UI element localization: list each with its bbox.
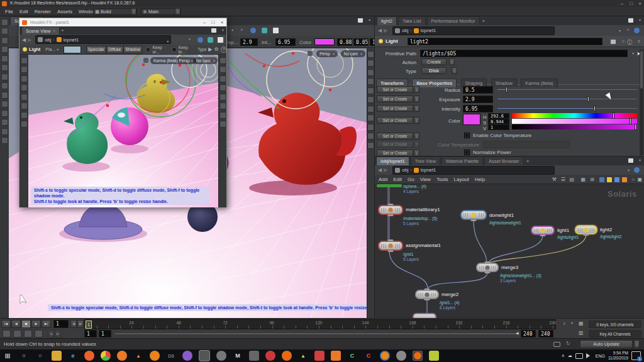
pane-layout-icon[interactable]: [628, 18, 633, 23]
app-icon[interactable]: [265, 351, 275, 361]
action-center-icon[interactable]: 1: [631, 351, 641, 360]
key-icon[interactable]: ▥: [579, 330, 584, 336]
snap-grid-icon[interactable]: ⊞: [590, 177, 594, 182]
scene-view-tab[interactable]: Scene View×: [21, 26, 60, 35]
network-icon[interactable]: [575, 353, 583, 359]
tab-tree-view[interactable]: Tree View: [411, 156, 440, 165]
desktop-spinner[interactable]: [131, 8, 136, 15]
lock-icon[interactable]: [143, 58, 148, 63]
panel-icon[interactable]: [273, 28, 279, 33]
frame-icon[interactable]: ▣: [637, 177, 642, 182]
back-icon[interactable]: ◀: [22, 37, 26, 43]
set-or-create-intensity[interactable]: Set or Create: [377, 105, 413, 112]
maximize-button[interactable]: □: [627, 0, 636, 7]
zbrush-icon[interactable]: [216, 351, 226, 361]
path-dropdown-icon[interactable]: [618, 28, 621, 33]
range-slider-handle[interactable]: ◀: [516, 331, 519, 335]
range-left-icon[interactable]: ◀: [48, 330, 54, 338]
zbrush2-icon[interactable]: [396, 351, 406, 361]
step-back-button[interactable]: ◀: [70, 320, 77, 328]
pin-icon[interactable]: +: [240, 27, 243, 33]
camera-icon[interactable]: [197, 37, 203, 43]
maya-icon[interactable]: M: [233, 351, 243, 361]
firefox-icon[interactable]: [117, 351, 127, 361]
menu-assets[interactable]: Assets: [57, 9, 72, 14]
onedrive-icon[interactable]: ☁: [568, 353, 572, 358]
intensity-field[interactable]: 6.95: [275, 38, 296, 46]
set-or-create-ct[interactable]: Set or Create: [377, 141, 413, 148]
play-forward-button[interactable]: ▶: [31, 320, 41, 328]
tool-icon[interactable]: [1, 28, 8, 35]
close-tab-icon[interactable]: ×: [53, 29, 55, 33]
current-frame-field[interactable]: 1: [53, 320, 69, 328]
prim-path-menu-icon[interactable]: [631, 51, 634, 55]
range-start-field2[interactable]: 1: [99, 330, 111, 337]
tab-performance-monitor[interactable]: Performance Monitor: [427, 16, 480, 25]
view-tool-icon[interactable]: [219, 57, 226, 64]
tool-icon[interactable]: [1, 137, 8, 144]
tool-icon[interactable]: [1, 101, 8, 107]
range-right-icon[interactable]: ▶: [55, 330, 61, 338]
tool-icon[interactable]: [1, 46, 8, 53]
hue-marker[interactable]: [613, 112, 614, 119]
path-dropdown-icon[interactable]: [165, 34, 169, 45]
net-menu-tools[interactable]: Tools: [436, 177, 448, 182]
inner-viewport[interactable]: Karma (Beta)Persp No cam Shift-s to togg…: [28, 55, 218, 207]
new-tab-icon[interactable]: +: [482, 18, 486, 24]
action-spinner[interactable]: [449, 58, 455, 65]
node-domelight1[interactable]: [460, 210, 487, 220]
vlc-icon[interactable]: ▲: [133, 351, 143, 361]
new-tab-icon[interactable]: +: [61, 28, 64, 33]
diffuse-toggle[interactable]: Diffuse: [106, 46, 124, 53]
shadow-toggle[interactable]: Shadow: [123, 46, 142, 53]
intensity-slider-handle[interactable]: [594, 106, 596, 111]
keep-origin-toggle[interactable]: [146, 47, 151, 52]
keys-button[interactable]: 0 keys, 0/0 channels: [589, 321, 641, 328]
expand-icon[interactable]: ▶: [208, 47, 212, 52]
view-tool-icon[interactable]: [21, 102, 28, 109]
loop-icon[interactable]: [24, 330, 32, 337]
pin-icon[interactable]: +: [626, 27, 630, 33]
message-log-icon[interactable]: [553, 342, 560, 347]
tool-icon[interactable]: [1, 128, 8, 135]
search-icon[interactable]: ○: [19, 351, 29, 361]
desktop-select[interactable]: ▦ Build: [93, 8, 137, 15]
tab-karma[interactable]: Karma (Beta): [521, 79, 558, 87]
sheet-icon[interactable]: ▤: [569, 177, 574, 182]
snapshot-icon[interactable]: [611, 40, 616, 44]
view-tool-icon[interactable]: [367, 114, 374, 121]
audio-menu-icon[interactable]: [570, 321, 573, 325]
file-explorer-icon[interactable]: [52, 351, 62, 361]
tool-icon[interactable]: [1, 119, 8, 126]
node-materiallibrary1[interactable]: [378, 205, 403, 215]
tool-icon[interactable]: [1, 92, 8, 99]
timeline-ruler[interactable]: 24 48 72 96 120 144 168 192 216 240 1: [84, 319, 556, 329]
path-dropdown-icon[interactable]: [230, 28, 233, 32]
tool-icon[interactable]: [1, 82, 8, 89]
refresh-icon[interactable]: ↻: [566, 341, 570, 346]
floating-window[interactable]: Houdini FX - panel1 – □ × Scene View× + …: [19, 18, 227, 207]
set-or-create-enable-ct[interactable]: Set or Create: [377, 133, 413, 140]
node-assignmaterial1[interactable]: [378, 241, 403, 251]
type-spinner[interactable]: [452, 67, 457, 74]
intensity-field[interactable]: 6.95: [463, 105, 493, 112]
grid-icon[interactable]: ▦: [580, 177, 586, 182]
sat-field[interactable]: 0.944: [488, 119, 509, 124]
network-breadcrumb[interactable]: obj › lopnet1: [392, 166, 555, 175]
normalize-checkbox[interactable]: [464, 150, 470, 155]
info-icon[interactable]: ⓘ: [627, 39, 632, 46]
type-select[interactable]: Disk: [421, 67, 447, 74]
key-all-channels-button[interactable]: Key All Channels: [589, 330, 641, 337]
tab-take-list[interactable]: Take List: [398, 16, 426, 25]
node-light2[interactable]: [575, 225, 597, 234]
menu-edit[interactable]: Edit: [19, 9, 28, 14]
node-sphere[interactable]: [377, 184, 402, 187]
new-tab-icon[interactable]: +: [526, 158, 530, 164]
keep-brightness-toggle[interactable]: [172, 47, 177, 52]
set-or-create-color[interactable]: Set or Create: [377, 117, 413, 124]
tray-chevron-icon[interactable]: ∧: [562, 353, 565, 358]
houdini-icon[interactable]: [282, 351, 292, 361]
val-field[interactable]: 1: [488, 124, 509, 130]
view-tool-icon[interactable]: [219, 102, 226, 109]
help-icon[interactable]: ?: [638, 39, 640, 45]
